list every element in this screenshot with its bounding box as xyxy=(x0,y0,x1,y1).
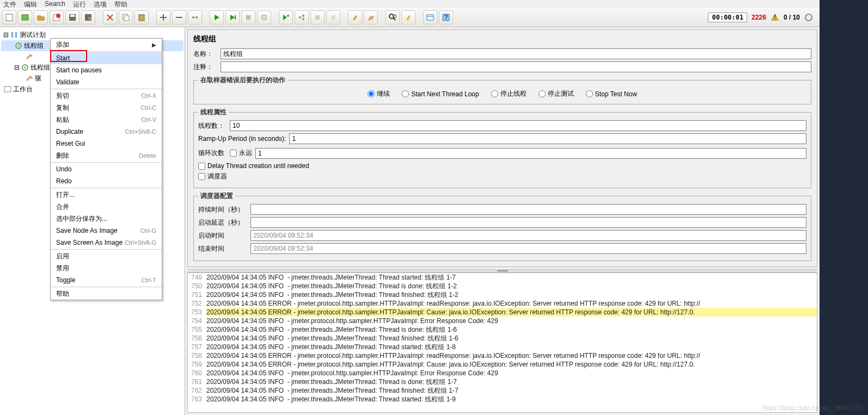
ctx-merge[interactable]: 合并 xyxy=(51,201,162,213)
duration-label: 持续时间（秒） xyxy=(198,205,247,214)
startup-delay-field[interactable] xyxy=(250,217,806,228)
paste-icon[interactable] xyxy=(135,10,149,24)
svg-rect-13 xyxy=(246,15,250,20)
name-label: 名称： xyxy=(193,49,217,59)
panel-title: 线程组 xyxy=(193,34,811,44)
start-no-pause-icon[interactable] xyxy=(225,10,240,24)
loop-label: 循环次数 xyxy=(198,148,227,158)
tree-workbench[interactable]: 工作台 xyxy=(13,85,33,94)
ctx-toggle[interactable]: ToggleCtrl-T xyxy=(51,274,162,286)
search-icon[interactable] xyxy=(386,10,400,24)
ctx-undo[interactable]: Undo xyxy=(51,163,162,175)
ctx-reset-gui[interactable]: Reset Gui xyxy=(51,138,162,150)
svg-point-16 xyxy=(299,16,301,18)
log-line: 7582020/09/04 14:34:05 ERROR - jmeter.pr… xyxy=(188,351,817,360)
sampler-icon xyxy=(25,52,34,61)
name-field[interactable] xyxy=(221,48,811,59)
open-icon[interactable] xyxy=(34,10,48,24)
ctx-copy[interactable]: 复制Ctrl-C xyxy=(51,102,162,114)
svg-rect-9 xyxy=(139,15,144,21)
reset-search-icon[interactable] xyxy=(401,10,415,24)
threads-label: 线程数： xyxy=(198,121,227,131)
ctx-redo[interactable]: Redo xyxy=(51,175,162,187)
comment-label: 注释： xyxy=(193,63,217,72)
ctx-validate[interactable]: Validate xyxy=(51,76,162,88)
delay-thread-checkbox[interactable]: Delay Thread creation until needed xyxy=(198,162,806,170)
copy-icon[interactable] xyxy=(119,10,133,24)
clear-icon[interactable] xyxy=(348,10,362,24)
expand-icon[interactable] xyxy=(156,10,170,24)
stop-icon[interactable] xyxy=(241,10,255,24)
comment-field[interactable] xyxy=(221,61,811,72)
remote-start-all-icon[interactable] xyxy=(295,10,309,24)
scheduler-checkbox[interactable]: 调度器 xyxy=(198,172,806,181)
ctx-disable[interactable]: 禁用 xyxy=(51,262,162,274)
toggle-icon[interactable] xyxy=(188,10,202,24)
tree-item-threadgroup[interactable]: 线程组 xyxy=(30,63,50,72)
collapse-icon[interactable] xyxy=(172,10,186,24)
svg-rect-20 xyxy=(331,15,335,20)
testplan-icon xyxy=(10,30,19,39)
tree-item-sampler[interactable]: 驱 xyxy=(35,74,41,83)
log-line: 7492020/09/04 14:34:05 INFO - jmeter.thr… xyxy=(188,273,817,282)
scheduler-legend: 调度器配置 xyxy=(198,191,235,201)
radio-stop-test-now[interactable]: Stop Test Now xyxy=(586,89,637,98)
ctx-save-selection[interactable]: 选中部分保存为... xyxy=(51,213,162,225)
svg-rect-8 xyxy=(124,16,129,21)
duration-field[interactable] xyxy=(250,204,806,215)
close-icon[interactable] xyxy=(50,10,64,24)
svg-point-27 xyxy=(805,14,812,21)
ctx-start[interactable]: Start xyxy=(51,52,162,64)
ctx-start-no-pauses[interactable]: Start no pauses xyxy=(51,64,162,76)
function-helper-icon[interactable] xyxy=(423,10,437,24)
end-time-field[interactable] xyxy=(250,243,806,254)
ctx-delete[interactable]: 删除Delete xyxy=(51,150,162,162)
start-icon[interactable] xyxy=(210,10,224,24)
toggle-handle-icon[interactable]: ⊟ xyxy=(14,64,20,71)
save-icon[interactable] xyxy=(65,10,80,24)
start-time-field[interactable] xyxy=(250,230,806,241)
ctx-cut[interactable]: 剪切Ctrl-X xyxy=(51,90,162,102)
forever-checkbox[interactable]: 永远 xyxy=(230,148,252,158)
main-split: ⊟ 测试计划 线程组 ⊟ 线程组 驱 工作台 xyxy=(0,27,820,415)
radio-start-next-loop[interactable]: Start Next Thread Loop xyxy=(402,89,479,98)
toggle-handle-icon[interactable]: ⊟ xyxy=(3,31,9,39)
ctx-save-screen-image[interactable]: Save Screen As ImageCtrl+Shift-G xyxy=(51,237,162,249)
ctx-enable[interactable]: 启用 xyxy=(51,250,162,262)
remote-start-icon[interactable] xyxy=(279,10,293,24)
thread-group-panel: 线程组 名称： 注释： 在取样器错误后要执行的动作 继续 Start Next … xyxy=(187,29,817,267)
test-plan-tree[interactable]: ⊟ 测试计划 线程组 ⊟ 线程组 驱 工作台 xyxy=(0,27,185,415)
ctx-duplicate[interactable]: DuplicateCtrl+Shift-C xyxy=(51,126,162,138)
cut-icon[interactable] xyxy=(103,10,117,24)
ctx-paste[interactable]: 粘贴Ctrl-V xyxy=(51,114,162,126)
remote-shutdown-icon[interactable] xyxy=(326,10,340,24)
log-line: 7622020/09/04 14:34:05 INFO - jmeter.thr… xyxy=(188,386,817,395)
save-as-icon[interactable] xyxy=(81,10,95,24)
tree-root[interactable]: 测试计划 xyxy=(20,30,46,40)
submenu-arrow-icon: ▶ xyxy=(152,42,156,48)
on-error-legend: 在取样器错误后要执行的动作 xyxy=(198,76,288,85)
menu-search[interactable]: Search xyxy=(45,0,65,8)
threads-field[interactable] xyxy=(230,120,806,131)
log-panel[interactable]: 7492020/09/04 14:34:05 INFO - jmeter.thr… xyxy=(187,272,817,413)
ramp-field[interactable] xyxy=(289,133,806,144)
ctx-open[interactable]: 打开... xyxy=(51,189,162,201)
clear-all-icon[interactable] xyxy=(364,10,378,24)
radio-stop-test[interactable]: 停止测试 xyxy=(539,89,574,98)
new-icon[interactable] xyxy=(2,10,16,24)
radio-continue[interactable]: 继续 xyxy=(368,89,390,98)
svg-point-3 xyxy=(56,14,60,18)
ctx-help[interactable]: 帮助 xyxy=(51,288,162,300)
svg-point-31 xyxy=(24,66,26,69)
templates-icon[interactable] xyxy=(18,10,32,24)
svg-rect-32 xyxy=(4,86,11,92)
remote-stop-icon[interactable] xyxy=(310,10,325,24)
loop-field[interactable] xyxy=(255,148,806,159)
help-icon[interactable]: ? xyxy=(439,10,453,24)
tree-item-threadgroup[interactable]: 线程组 xyxy=(24,41,44,51)
ctx-add[interactable]: 添加▶ xyxy=(51,39,162,51)
shutdown-icon[interactable] xyxy=(257,10,271,24)
ctx-save-node-image[interactable]: Save Node As ImageCtrl-G xyxy=(51,225,162,237)
svg-point-11 xyxy=(195,16,198,18)
radio-stop-thread[interactable]: 停止线程 xyxy=(491,89,527,98)
